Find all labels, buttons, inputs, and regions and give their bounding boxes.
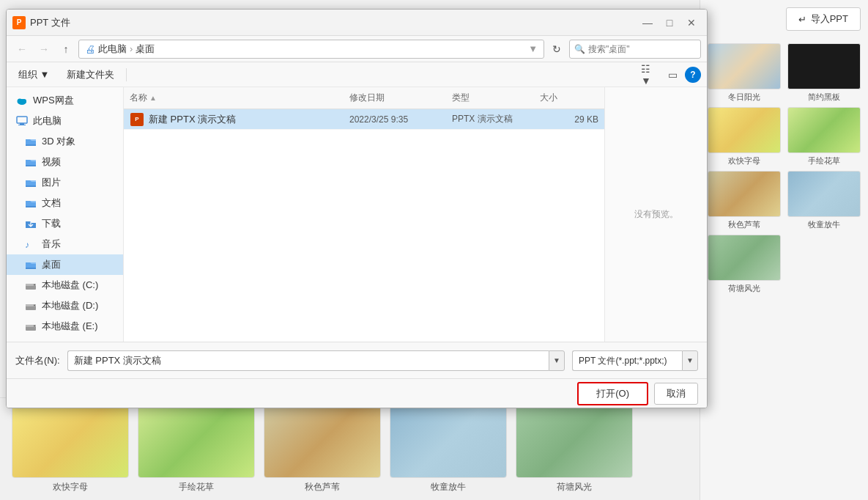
import-ppt-button[interactable]: ↵ 导入PPT bbox=[786, 7, 861, 31]
template-label-flower2: 手绘花草 bbox=[179, 481, 214, 493]
col-header-name[interactable]: 名称 ▲ bbox=[130, 92, 349, 104]
filename-label: 文件名(N): bbox=[15, 354, 60, 367]
up-button[interactable]: ↑ bbox=[56, 40, 75, 59]
svg-point-2 bbox=[22, 99, 26, 103]
filetype-select[interactable]: PPT 文件(*.ppt;*.pptx;) bbox=[572, 350, 682, 371]
filename-input[interactable] bbox=[67, 350, 549, 371]
view-toggle-button[interactable]: ☷ ▼ bbox=[641, 65, 660, 84]
organize-button[interactable]: 组织 ▼ bbox=[12, 66, 55, 84]
breadcrumb-part1: 此电脑 bbox=[98, 43, 127, 56]
maximize-button[interactable]: □ bbox=[660, 13, 679, 32]
template-item-black[interactable]: 简约黑板 bbox=[787, 43, 863, 103]
template-item-flower2[interactable]: 手绘花草 bbox=[138, 405, 255, 493]
folder-pictures-icon bbox=[24, 177, 37, 188]
template-label-black: 简约黑板 bbox=[808, 92, 840, 103]
no-preview-text: 没有预览。 bbox=[634, 208, 678, 221]
import-btn-label: 导入PPT bbox=[811, 12, 848, 26]
preview-toggle-button[interactable]: ▭ bbox=[663, 65, 682, 84]
sidebar-item-wps-cloud[interactable]: WPS网盘 bbox=[7, 90, 123, 111]
filename-dropdown-button[interactable]: ▼ bbox=[549, 350, 565, 371]
breadcrumb-sep: › bbox=[130, 43, 133, 54]
sidebar-item-3d[interactable]: 3D 对象 bbox=[7, 131, 123, 152]
minimize-button[interactable]: — bbox=[638, 13, 657, 32]
template-label-happy2: 欢快字母 bbox=[53, 481, 88, 493]
search-box[interactable]: 🔍 bbox=[569, 40, 701, 59]
template-item-happy2[interactable]: 欢快字母 bbox=[12, 405, 129, 493]
col-header-type[interactable]: 类型 bbox=[452, 92, 540, 104]
svg-rect-4 bbox=[20, 123, 24, 125]
refresh-button[interactable]: ↻ bbox=[547, 40, 566, 59]
template-thumb-flower bbox=[787, 107, 861, 153]
sidebar-item-label-local-d: 本地磁盘 (D:) bbox=[42, 299, 98, 312]
back-button[interactable]: ← bbox=[12, 40, 31, 59]
sidebar-item-local-c[interactable]: 本地磁盘 (C:) bbox=[7, 275, 123, 295]
title-bar: P PPT 文件 — □ ✕ bbox=[7, 10, 707, 36]
template-item-cow[interactable]: 牧童放牛 bbox=[787, 171, 863, 230]
sidebar-item-label-local-c: 本地磁盘 (C:) bbox=[42, 279, 98, 292]
template-item-lotus[interactable]: 荷塘风光 bbox=[706, 235, 782, 294]
template-label-happy: 欢快字母 bbox=[728, 155, 760, 166]
breadcrumb[interactable]: 🖨 此电脑 › 桌面 ▼ bbox=[78, 40, 544, 59]
folder-documents-icon bbox=[24, 197, 37, 209]
template-item-autumn[interactable]: 秋色芦苇 bbox=[706, 171, 782, 230]
template-item-winter[interactable]: 冬日阳光 bbox=[706, 43, 782, 103]
bottom-templates-row: 欢快字母 手绘花草 秋色芦苇 牧童放牛 荷塘风光 bbox=[0, 397, 700, 500]
template-label-autumn: 秋色芦苇 bbox=[728, 219, 760, 230]
pc-icon bbox=[15, 115, 29, 127]
table-row[interactable]: P 新建 PPTX 演示文稿 2022/3/25 9:35 PPTX 演示文稿 … bbox=[124, 109, 604, 130]
filename-input-wrapper: ▼ bbox=[67, 350, 565, 371]
col-header-date[interactable]: 修改日期 bbox=[349, 92, 452, 104]
sidebar-item-label-desktop: 桌面 bbox=[42, 258, 61, 271]
cancel-button[interactable]: 取消 bbox=[654, 383, 698, 405]
sidebar-item-downloads[interactable]: 下载 bbox=[7, 213, 123, 234]
col-header-size[interactable]: 大小 bbox=[540, 92, 598, 104]
col-size-label: 大小 bbox=[540, 92, 557, 104]
sidebar-item-local-e[interactable]: 本地磁盘 (E:) bbox=[7, 316, 123, 337]
forward-button[interactable]: → bbox=[34, 40, 53, 59]
secondary-toolbar: 组织 ▼ 新建文件夹 ☷ ▼ ▭ ? bbox=[7, 62, 707, 87]
sidebar: WPS网盘 此电脑 3D 对象 视频 bbox=[7, 87, 124, 342]
sidebar-item-music[interactable]: ♪ 音乐 bbox=[7, 234, 123, 254]
sidebar-item-label-videos: 视频 bbox=[42, 155, 61, 169]
sidebar-item-this-pc[interactable]: 此电脑 bbox=[7, 111, 123, 131]
template-label-cow2: 牧童放牛 bbox=[431, 481, 466, 493]
sidebar-item-label-local-e: 本地磁盘 (E:) bbox=[42, 320, 98, 333]
template-label-autumn2: 秋色芦苇 bbox=[305, 481, 340, 493]
template-item-flower[interactable]: 手绘花草 bbox=[787, 107, 863, 166]
svg-rect-3 bbox=[17, 117, 27, 123]
open-button[interactable]: 打开(O) bbox=[577, 382, 648, 405]
toolbar-separator bbox=[126, 68, 127, 81]
close-button[interactable]: ✕ bbox=[682, 13, 701, 32]
folder-videos-icon bbox=[24, 156, 37, 168]
template-item-cow2[interactable]: 牧童放牛 bbox=[390, 405, 507, 493]
svg-rect-5 bbox=[18, 125, 26, 125]
sidebar-item-documents[interactable]: 文档 bbox=[7, 193, 123, 213]
import-icon: ↵ bbox=[798, 14, 806, 25]
drive-e-icon bbox=[24, 320, 37, 332]
search-icon: 🔍 bbox=[574, 44, 585, 54]
new-folder-button[interactable]: 新建文件夹 bbox=[61, 66, 120, 84]
sidebar-item-local-d[interactable]: 本地磁盘 (D:) bbox=[7, 295, 123, 316]
sidebar-item-label-pictures: 图片 bbox=[42, 176, 61, 189]
col-date-label: 修改日期 bbox=[349, 92, 385, 104]
svg-text:♪: ♪ bbox=[25, 240, 29, 249]
music-icon: ♪ bbox=[24, 238, 37, 250]
template-item-happy[interactable]: 欢快字母 bbox=[706, 107, 782, 166]
content-area: WPS网盘 此电脑 3D 对象 视频 bbox=[7, 87, 707, 342]
sidebar-item-videos[interactable]: 视频 bbox=[7, 152, 123, 172]
right-panel: ↵ 导入PPT 冬日阳光 简约黑板 欢快字母 手绘花草 秋色芦苇 牧童放牛 bbox=[700, 0, 868, 500]
template-item-lotus2[interactable]: 荷塘风光 bbox=[516, 405, 633, 493]
filetype-wrapper: PPT 文件(*.ppt;*.pptx;) ▼ bbox=[572, 350, 698, 371]
sidebar-item-label-3d: 3D 对象 bbox=[42, 135, 75, 148]
template-item-autumn2[interactable]: 秋色芦苇 bbox=[264, 405, 381, 493]
download-icon bbox=[24, 218, 37, 229]
svg-point-1 bbox=[18, 99, 23, 104]
filetype-dropdown-button[interactable]: ▼ bbox=[682, 350, 698, 371]
help-button[interactable]: ? bbox=[685, 67, 701, 83]
sidebar-item-desktop[interactable]: 桌面 bbox=[7, 254, 123, 275]
sidebar-item-network[interactable]: Network bbox=[7, 337, 123, 342]
nav-toolbar: ← → ↑ 🖨 此电脑 › 桌面 ▼ ↻ 🔍 bbox=[7, 36, 707, 62]
sidebar-item-pictures[interactable]: 图片 bbox=[7, 172, 123, 193]
search-input[interactable] bbox=[588, 44, 696, 54]
action-buttons-bar: 打开(O) 取消 bbox=[7, 378, 707, 408]
